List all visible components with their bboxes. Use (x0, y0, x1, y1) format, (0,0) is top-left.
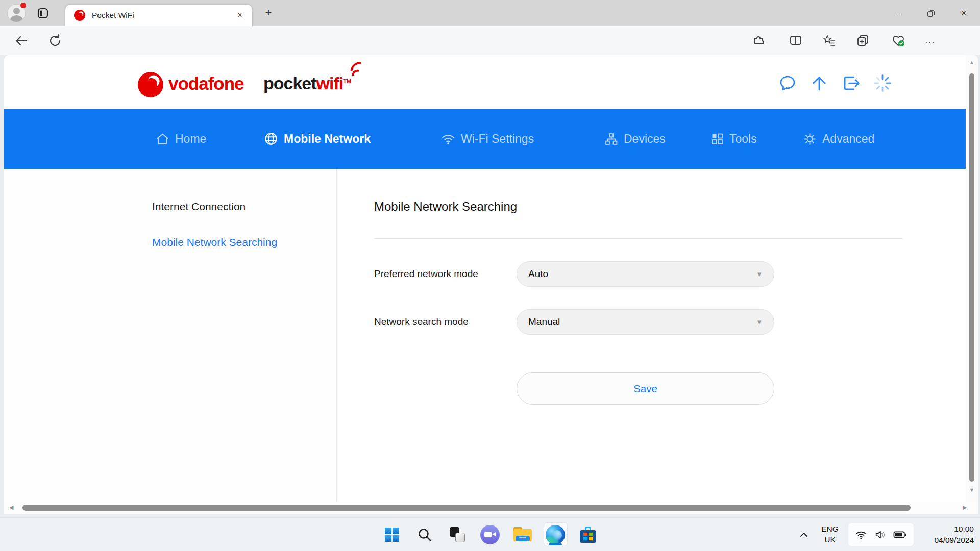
folder-icon (513, 527, 532, 542)
window-controls: — × (882, 0, 980, 26)
windows-taskbar: ENG UK 10:00 04/0 (0, 517, 980, 551)
split-screen-icon (789, 34, 802, 47)
nav-mobile-network[interactable]: Mobile Network (264, 109, 371, 169)
pocket-text: pocket (263, 73, 316, 93)
vertical-scrollbar[interactable]: ▲ ▼ (966, 55, 978, 502)
collections-button[interactable] (856, 34, 871, 49)
up-arrow-icon (810, 73, 829, 93)
notification-dot (20, 3, 26, 8)
nav-label: Devices (624, 132, 666, 146)
volume-icon (874, 529, 886, 540)
nav-label: Mobile Network (284, 132, 371, 146)
loading-spinner (873, 73, 892, 93)
profile-person-icon (10, 15, 23, 22)
network-search-mode-label: Network search mode (374, 316, 469, 328)
selected-value: Auto (528, 268, 548, 280)
browser-toolbar: Not secure 192.168.8.1/#/mobilesearch A … (0, 26, 980, 55)
nav-wifi-settings[interactable]: Wi-Fi Settings (441, 109, 534, 169)
chevron-up-icon (799, 530, 808, 539)
globe-icon (264, 132, 278, 146)
settings-sidebar: Internet Connection Mobile Network Searc… (4, 169, 337, 502)
save-button[interactable]: Save (517, 372, 774, 405)
restore-icon (927, 9, 935, 17)
chat-button[interactable] (478, 522, 502, 546)
back-button[interactable] (14, 34, 30, 49)
browser-titlebar: Pocket WiFi × + — × (0, 0, 980, 26)
start-button[interactable] (380, 522, 404, 546)
horizontal-scroll-thumb[interactable] (22, 505, 911, 511)
wifi-status-icon (855, 529, 867, 540)
heart-pulse-icon (891, 34, 905, 48)
quick-settings-button[interactable] (848, 523, 914, 546)
back-arrow-icon (14, 34, 29, 48)
logout-button[interactable] (841, 73, 861, 93)
update-button[interactable] (810, 73, 829, 93)
scroll-down-arrow[interactable]: ▼ (966, 487, 978, 493)
spinner-icon (873, 73, 892, 93)
puzzle-icon (752, 34, 766, 47)
favorites-button[interactable] (822, 34, 838, 49)
task-view-icon (450, 527, 465, 542)
new-tab-button[interactable]: + (261, 6, 276, 20)
tab-title: Pocket WiFi (92, 5, 134, 26)
language-switcher[interactable]: ENG UK (817, 524, 843, 545)
language-line1: ENG (817, 524, 843, 535)
workspaces-icon (37, 7, 49, 19)
tools-grid-icon (710, 132, 724, 145)
tray-date: 04/09/2024 (921, 535, 974, 546)
scroll-left-arrow[interactable]: ◀ (9, 504, 13, 511)
edge-browser-button[interactable] (544, 522, 568, 546)
router-admin-page: vodafone pocketwifiTM (4, 55, 978, 514)
pocketwifi-wordmark: pocketwifiTM (263, 73, 351, 93)
browser-essentials-button[interactable] (891, 34, 906, 49)
vodafone-favicon (74, 10, 85, 21)
file-explorer-button[interactable] (511, 522, 535, 546)
section-divider (374, 238, 903, 239)
devices-tree-icon (604, 132, 618, 146)
page-title: Mobile Network Searching (374, 199, 517, 214)
screen: Pocket WiFi × + — × (0, 0, 980, 551)
extensions-button[interactable] (752, 34, 767, 49)
sidebar-item-internet-connection[interactable]: Internet Connection (152, 201, 246, 213)
nav-devices[interactable]: Devices (604, 109, 666, 169)
clock-calendar-button[interactable]: 10:00 04/09/2024 (921, 523, 974, 545)
vodafone-wordmark: vodafone (168, 73, 244, 94)
logout-icon (841, 73, 861, 93)
page-header: vodafone pocketwifiTM (4, 55, 978, 109)
selected-value: Manual (528, 316, 560, 328)
nav-tools[interactable]: Tools (710, 109, 757, 169)
nav-advanced[interactable]: Advanced (803, 109, 874, 169)
tray-time: 10:00 (921, 523, 974, 535)
tab-close-button[interactable]: × (234, 9, 246, 21)
search-button[interactable] (413, 522, 437, 546)
sidebar-item-mobile-network-searching[interactable]: Mobile Network Searching (152, 236, 277, 248)
signal-arcs-icon (342, 61, 361, 77)
settings-more-button[interactable]: ··· (925, 37, 940, 53)
collections-icon (856, 34, 870, 47)
nav-home[interactable]: Home (156, 109, 206, 169)
scroll-right-arrow[interactable]: ▶ (963, 504, 967, 511)
tray-overflow-button[interactable] (795, 526, 813, 543)
vertical-scroll-thumb[interactable] (969, 73, 974, 482)
tab-actions-button[interactable] (37, 7, 49, 19)
refresh-button[interactable] (48, 34, 63, 49)
network-search-mode-select[interactable]: Manual ▼ (517, 309, 774, 335)
horizontal-scrollbar[interactable]: ◀ ▶ (4, 502, 978, 514)
sms-button[interactable] (778, 73, 797, 93)
preferred-network-mode-select[interactable]: Auto ▼ (517, 261, 774, 287)
preferred-network-mode-label: Preferred network mode (374, 268, 478, 280)
wifi-icon (441, 132, 455, 146)
close-button[interactable]: × (947, 0, 980, 26)
chat-bubble-icon (778, 73, 797, 93)
restore-button[interactable] (915, 0, 947, 26)
refresh-icon (48, 34, 62, 48)
split-screen-button[interactable] (789, 34, 804, 49)
chevron-down-icon: ▼ (756, 318, 763, 326)
browser-tab[interactable]: Pocket WiFi × (65, 5, 252, 26)
task-view-button[interactable] (446, 522, 470, 546)
minimize-button[interactable]: — (882, 0, 915, 26)
nav-label: Wi-Fi Settings (461, 132, 534, 146)
microsoft-store-button[interactable] (576, 522, 600, 546)
scroll-up-arrow[interactable]: ▲ (966, 59, 978, 65)
system-tray: ENG UK 10:00 04/0 (795, 518, 980, 551)
